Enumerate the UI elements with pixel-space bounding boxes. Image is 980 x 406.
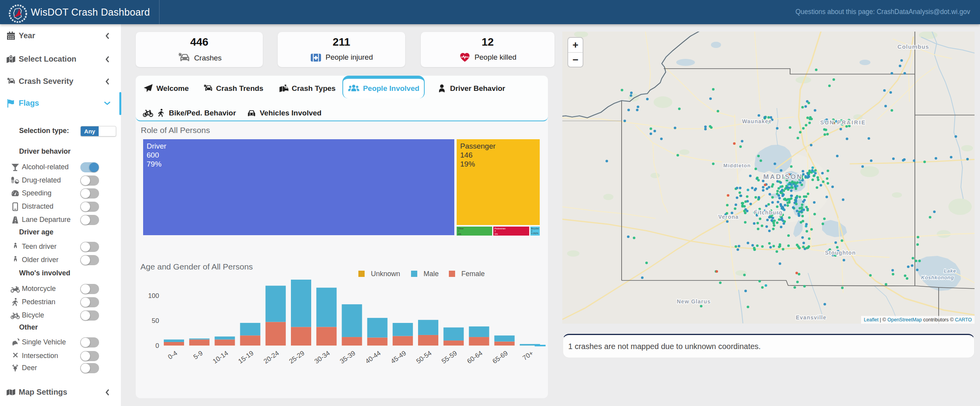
svg-text:Columbus: Columbus (897, 43, 929, 50)
svg-text:55-59: 55-59 (440, 349, 459, 365)
svg-text:Male: Male (424, 270, 439, 278)
svg-text:100: 100 (148, 292, 159, 300)
svg-text:Middleton: Middleton (723, 163, 751, 168)
svg-text:40-44: 40-44 (364, 349, 382, 365)
svg-text:20-24: 20-24 (262, 349, 281, 365)
svg-text:50-54: 50-54 (415, 349, 433, 365)
svg-text:65-69: 65-69 (491, 349, 509, 365)
svg-text:45-49: 45-49 (390, 349, 408, 365)
svg-text:15-19: 15-19 (237, 349, 255, 365)
svg-text:60-64: 60-64 (466, 349, 484, 365)
svg-text:Verona: Verona (718, 214, 739, 220)
svg-text:Stoughton: Stoughton (825, 250, 856, 256)
svg-text:5-9: 5-9 (192, 349, 204, 361)
svg-text:Lake: Lake (944, 268, 956, 274)
svg-text:0: 0 (156, 342, 159, 349)
svg-text:0-4: 0-4 (167, 349, 179, 361)
svg-text:Koshkonong: Koshkonong (921, 275, 954, 280)
svg-text:25-29: 25-29 (288, 349, 306, 365)
svg-text:Waunakee: Waunakee (742, 118, 772, 124)
svg-text:Fitchburg: Fitchburg (754, 209, 783, 216)
svg-text:SUN PRAIRIE: SUN PRAIRIE (820, 119, 866, 126)
svg-text:50: 50 (152, 317, 159, 324)
svg-text:Age and Gender of All Persons: Age and Gender of All Persons (140, 262, 253, 271)
svg-text:MADISON: MADISON (763, 173, 803, 181)
svg-text:Female: Female (461, 270, 485, 278)
svg-text:New Glarus: New Glarus (677, 298, 711, 305)
svg-text:Unknown: Unknown (371, 270, 400, 278)
svg-text:30-34: 30-34 (313, 349, 331, 365)
svg-text:Evansville: Evansville (796, 314, 827, 321)
svg-text:10-14: 10-14 (211, 349, 230, 365)
svg-text:35-39: 35-39 (338, 349, 357, 365)
svg-text:70+: 70+ (521, 349, 535, 362)
